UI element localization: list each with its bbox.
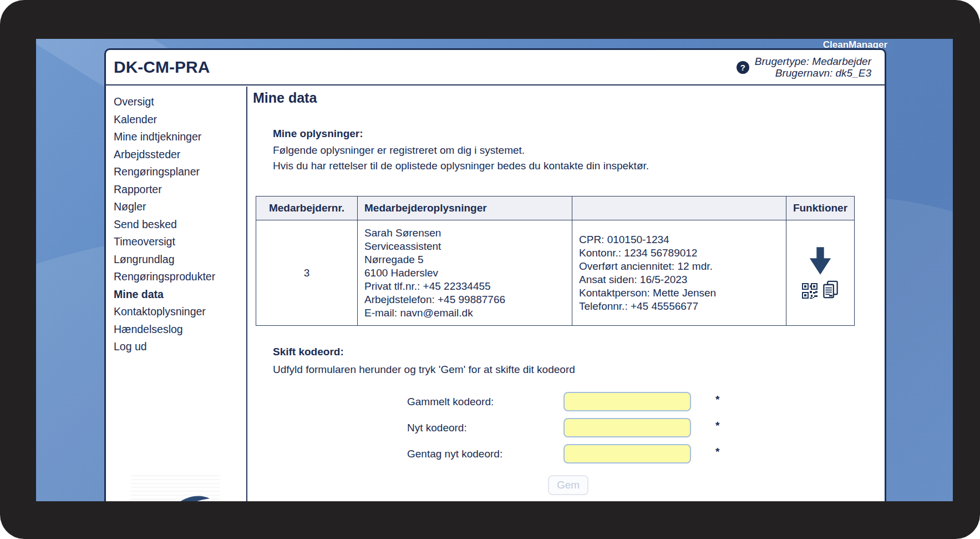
employee-table: Medarbejdernr. Medarbejderoplysninger Fu…	[256, 196, 855, 326]
sidebar-item-rengoringsplaner[interactable]: Rengøringsplaner	[114, 163, 246, 181]
table-header-row: Medarbejdernr. Medarbejderoplysninger Fu…	[256, 197, 855, 220]
user-type: Brugertype: Medarbejder	[755, 56, 871, 67]
header-funktioner: Funktioner	[786, 197, 855, 220]
header-empty	[572, 197, 786, 220]
save-button[interactable]: Gem	[548, 475, 588, 495]
required-asterisk: *	[715, 420, 719, 432]
sidebar-item-rapporter[interactable]: Rapporter	[114, 181, 246, 199]
info-line-2: Hvis du har rettelser til de oplistede o…	[273, 160, 649, 172]
form-row-repeat-password: Gentag nyt kodeord: *	[248, 442, 885, 469]
required-asterisk: *	[715, 394, 719, 406]
info-line-1: Følgende oplysninger er registreret om d…	[273, 144, 525, 157]
extra-account: Kontonr.: 1234 56789012	[579, 246, 781, 260]
help-icon[interactable]: ?	[737, 61, 749, 74]
detail-city: 6100 Haderslev	[364, 266, 567, 280]
employee-number-cell: 3	[256, 220, 358, 326]
sidebar-item-nogler[interactable]: Nøgler	[114, 198, 246, 216]
page-title: Mine data	[253, 90, 317, 106]
table-row: 3 Sarah Sørensen Serviceassistent Nørreg…	[256, 220, 855, 326]
sidebar-item-mine-indtjekninger[interactable]: Mine indtjekninger	[114, 128, 246, 146]
detail-private-phone: Privat tlf.nr.: +45 22334455	[364, 280, 567, 293]
new-password-input[interactable]	[563, 418, 691, 437]
repeat-password-label: Gentag nyt kodeord:	[407, 448, 502, 460]
detail-title: Serviceassistent	[364, 240, 567, 253]
functions-cell	[786, 220, 855, 326]
sidebar-item-kalender[interactable]: Kalender	[114, 111, 246, 129]
sidebar-item-arbejdssteder[interactable]: Arbejdssteder	[114, 146, 246, 164]
password-section-heading: Skift kodeord:	[273, 346, 344, 358]
employee-details-cell: Sarah Sørensen Serviceassistent Nørregad…	[358, 220, 572, 326]
sidebar-item-oversigt[interactable]: Oversigt	[114, 93, 246, 111]
desktop-background: CleanManager DK-CM-PRA ? Brugertype: Med…	[36, 39, 953, 501]
user-lines: Brugertype: Medarbejder Brugernavn: dk5_…	[755, 56, 871, 79]
main-content: Mine data Mine oplysninger: Følgende opl…	[248, 87, 885, 501]
sidebar-item-send-besked[interactable]: Send besked	[114, 216, 246, 234]
extra-contact: Kontaktperson: Mette Jensen	[579, 286, 781, 300]
extra-phone: Telefonnr.: +45 45556677	[579, 300, 781, 313]
detail-work-phone: Arbejdstelefon: +45 99887766	[364, 293, 567, 306]
extra-seniority: Overført anciennitet: 12 mdr.	[579, 260, 781, 273]
sidebar-item-kontaktoplysninger[interactable]: Kontaktoplysninger	[114, 303, 246, 321]
password-instruction: Udfyld formularen herunder og tryk 'Gem'…	[273, 364, 575, 376]
sidebar-item-longrundlag[interactable]: Løngrundlag	[114, 251, 246, 269]
employee-extra-cell: CPR: 010150-1234 Kontonr.: 1234 56789012…	[572, 220, 786, 326]
required-asterisk: *	[715, 446, 719, 458]
detail-name: Sarah Sørensen	[364, 226, 567, 240]
sidebar-item-haendelseslog[interactable]: Hændelseslog	[114, 321, 246, 339]
app-panel: DK-CM-PRA ? Brugertype: Medarbejder Brug…	[104, 48, 886, 501]
download-icon[interactable]	[809, 247, 832, 275]
password-form: Gammelt kodeord: * Nyt kodeord: * Gentag…	[248, 386, 885, 469]
sidebar-item-mine-data[interactable]: Mine data	[114, 286, 246, 304]
user-name: Brugernavn: dk5_E3	[755, 67, 871, 79]
header-medarbejdernr: Medarbejdernr.	[256, 197, 358, 220]
sidebar-item-log-ud[interactable]: Log ud	[114, 338, 246, 356]
old-password-label: Gammelt kodeord:	[407, 396, 494, 408]
app-header: DK-CM-PRA ? Brugertype: Medarbejder Brug…	[106, 50, 885, 85]
sidebar-nav: Oversigt Kalender Mine indtjekninger Arb…	[106, 87, 247, 501]
app-title: DK-CM-PRA	[114, 58, 210, 77]
qr-code-icon[interactable]	[802, 283, 817, 299]
header-medarbejderoplysninger: Medarbejderoplysninger	[358, 197, 572, 220]
info-section-heading: Mine oplysninger:	[273, 128, 363, 140]
form-row-new-password: Nyt kodeord: *	[248, 416, 885, 442]
screenshot-stage: CleanManager DK-CM-PRA ? Brugertype: Med…	[0, 0, 980, 539]
sidebar-item-timeoversigt[interactable]: Timeoversigt	[114, 233, 246, 251]
old-password-input[interactable]	[563, 392, 691, 411]
detail-email: E-mail: navn@email.dk	[364, 306, 567, 320]
copy-document-icon[interactable]	[822, 280, 839, 299]
extra-cpr: CPR: 010150-1234	[579, 233, 781, 246]
new-password-label: Nyt kodeord:	[407, 422, 467, 434]
sidebar-item-rengoringsprodukter[interactable]: Rengøringsprodukter	[114, 268, 246, 286]
extra-hired: Ansat siden: 16/5-2023	[579, 273, 781, 286]
form-row-old-password: Gammelt kodeord: *	[248, 390, 885, 416]
user-info: ? Brugertype: Medarbejder Brugernavn: dk…	[737, 56, 871, 79]
repeat-password-input[interactable]	[563, 444, 691, 464]
detail-street: Nørregade 5	[364, 253, 567, 266]
